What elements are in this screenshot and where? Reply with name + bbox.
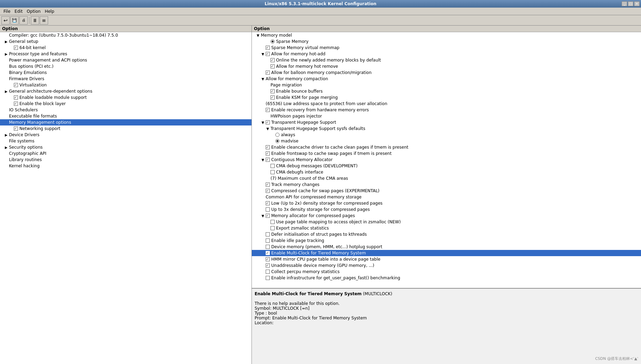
right-item-low-density[interactable]: Low (Up to 2x) density storage for compr… xyxy=(252,200,641,206)
right-item-track-mem[interactable]: Track memory changes xyxy=(252,181,641,188)
left-item-security[interactable]: ▶ Security options xyxy=(0,144,251,150)
right-top-content[interactable]: ▼ Memory model Sparse Memory Sparse Memo… xyxy=(252,32,641,288)
left-item-bus[interactable]: Bus options (PCI etc.) xyxy=(0,63,251,69)
maximize-button[interactable]: □ xyxy=(628,1,633,6)
checkbox-hotremove[interactable] xyxy=(271,64,275,68)
left-item-io[interactable]: IO Schedulers xyxy=(0,107,251,113)
right-item-memory-model[interactable]: ▼ Memory model xyxy=(252,32,641,38)
checkbox-idle-tracking[interactable] xyxy=(266,239,270,243)
checkbox-virt[interactable] xyxy=(14,83,18,87)
checkbox-loadable[interactable] xyxy=(14,95,18,100)
right-item-get-user-pages[interactable]: Enable infrastructure for get_user_pages… xyxy=(252,275,641,281)
left-item-general-setup[interactable]: ▶ General setup xyxy=(0,38,251,45)
menu-button[interactable]: ≡ xyxy=(40,16,48,25)
right-item-hwmem[interactable]: Enable recovery from hardware memory err… xyxy=(252,107,641,113)
menu-option[interactable]: Option xyxy=(25,8,43,15)
right-item-bounce[interactable]: Enable bounce buffers xyxy=(252,88,641,94)
checkbox-percpu-stats[interactable] xyxy=(266,270,270,274)
left-item-filesystems[interactable]: File systems xyxy=(0,138,251,144)
menu-edit[interactable]: Edit xyxy=(12,8,25,15)
checkbox-cma-debugfs[interactable] xyxy=(271,170,275,174)
right-item-page-table-map[interactable]: Use page table mapping to access object … xyxy=(252,219,641,225)
checkbox-track-mem[interactable] xyxy=(266,183,270,187)
right-item-cma-debugfs[interactable]: CMA debugfs interface xyxy=(252,169,641,175)
menu-help[interactable]: Help xyxy=(43,8,56,15)
checkbox-low-density[interactable] xyxy=(266,201,270,205)
load-button[interactable]: 💾 xyxy=(10,16,19,25)
radio-sparse[interactable] xyxy=(271,39,275,44)
checkbox-get-user-pages[interactable] xyxy=(266,276,270,280)
right-item-idle-tracking[interactable]: Enable idle page tracking xyxy=(252,237,641,244)
left-item-compiler[interactable]: Compiler: gcc (Ubuntu 7.5.0-3ubuntu1~18.… xyxy=(0,32,251,38)
left-item-virt[interactable]: Virtualization xyxy=(0,82,251,88)
checkbox-multiclock[interactable] xyxy=(266,251,270,255)
right-item-balloon[interactable]: Allow for balloon memory compaction/migr… xyxy=(252,69,641,76)
right-item-thp-madvise[interactable]: madvise xyxy=(252,138,641,144)
checkbox-3x-density[interactable] xyxy=(266,207,270,212)
checkbox-page-table-map[interactable] xyxy=(271,220,275,224)
right-item-sparse-memory[interactable]: Sparse Memory xyxy=(252,38,641,45)
checkbox-bounce[interactable] xyxy=(271,89,275,93)
right-item-cma-max[interactable]: (7) Maximum count of the CMA areas xyxy=(252,175,641,181)
left-item-device[interactable]: ▶ Device Drivers xyxy=(0,132,251,138)
checkbox-device-mem[interactable] xyxy=(266,245,270,249)
right-item-cleancache[interactable]: Enable cleancache driver to cache clean … xyxy=(252,144,641,150)
right-item-compressed-swap[interactable]: Compressed cache for swap pages (EXPERIM… xyxy=(252,188,641,194)
right-item-ksm[interactable]: Enable KSM for page merging xyxy=(252,94,641,101)
checkbox-cma-debug[interactable] xyxy=(271,164,275,168)
left-item-library[interactable]: Library routines xyxy=(0,157,251,163)
minimize-button[interactable]: _ xyxy=(622,1,627,6)
right-item-online-new[interactable]: Online the newly added memory blocks by … xyxy=(252,57,641,63)
left-panel-content[interactable]: Compiler: gcc (Ubuntu 7.5.0-3ubuntu1~18.… xyxy=(0,32,251,364)
right-item-common-api[interactable]: Common API for compressed memory storage xyxy=(252,194,641,200)
right-item-cma-debug[interactable]: CMA debug messages (DEVELOPMENT) xyxy=(252,163,641,169)
checkbox-sparse-virtual[interactable] xyxy=(266,46,270,50)
left-item-memory[interactable]: Memory Management options xyxy=(0,119,251,125)
left-item-block[interactable]: Enable the block layer xyxy=(0,101,251,107)
right-item-page-migration[interactable]: Page migration xyxy=(252,82,641,88)
checkbox-hwmem[interactable] xyxy=(266,108,270,112)
checkbox-unaddr-dev[interactable] xyxy=(266,263,270,268)
close-button[interactable]: ✕ xyxy=(634,1,640,6)
left-item-firmware[interactable]: Firmware Drivers xyxy=(0,76,251,82)
checkbox-ksm[interactable] xyxy=(271,95,275,100)
left-item-networking[interactable]: Networking support xyxy=(0,125,251,132)
checkbox-mem-alloc[interactable] xyxy=(266,214,270,218)
right-item-multiclock[interactable]: Enable Multi-Clock for Tiered Memory Sys… xyxy=(252,250,641,256)
right-item-device-mem[interactable]: Device memory (pmem, HMM, etc...) hotplu… xyxy=(252,244,641,250)
right-item-hotremove[interactable]: Allow for memory hot remove xyxy=(252,63,641,69)
right-item-thp[interactable]: ▼ Transparent Hugepage Support xyxy=(252,119,641,125)
right-item-lowaddr[interactable]: (65536) Low address space to protect fro… xyxy=(252,101,641,107)
right-item-thp-always[interactable]: always xyxy=(252,132,641,138)
checkbox-online-new[interactable] xyxy=(271,58,275,62)
left-item-crypto[interactable]: Cryptographic API xyxy=(0,150,251,157)
left-item-processor[interactable]: ▶ Processor type and features xyxy=(0,51,251,57)
checkbox-thp[interactable] xyxy=(266,120,270,124)
radio-madvise[interactable] xyxy=(275,139,280,143)
save-button[interactable]: 🖨 xyxy=(19,16,28,25)
checkbox-cma[interactable] xyxy=(266,158,270,162)
checkbox-block[interactable] xyxy=(14,102,18,106)
left-item-loadable[interactable]: Enable loadable module support xyxy=(0,94,251,101)
checkbox-export-zsmalloc[interactable] xyxy=(271,226,275,230)
right-item-thp-defaults[interactable]: ▼ Transparent Hugepage Support sysfs def… xyxy=(252,125,641,132)
right-item-sparse-virtual[interactable]: Sparse Memory virtual memmap xyxy=(252,45,641,51)
right-item-percpu-stats[interactable]: Collect percpu memory statistics xyxy=(252,269,641,275)
pause-button[interactable]: ⏸ xyxy=(31,16,39,25)
left-item-64bit[interactable]: 64-bit kernel xyxy=(0,45,251,51)
left-item-binary[interactable]: Binary Emulations xyxy=(0,69,251,76)
checkbox-cleancache[interactable] xyxy=(266,145,270,149)
right-item-export-zsmalloc[interactable]: Export zsmalloc statistics xyxy=(252,225,641,231)
back-button[interactable]: ↩ xyxy=(1,16,10,25)
checkbox-compressed-swap[interactable] xyxy=(266,189,270,193)
right-item-frontswap[interactable]: Enable frontswap to cache swap pages if … xyxy=(252,150,641,157)
right-item-cma[interactable]: ▼ Contiguous Memory Allocator xyxy=(252,157,641,163)
left-item-kernel-hacking[interactable]: Kernel hacking xyxy=(0,163,251,169)
checkbox-networking[interactable] xyxy=(14,127,18,131)
checkbox-defer-init[interactable] xyxy=(266,232,270,236)
right-item-hwpoison[interactable]: HWPoison pages injector xyxy=(252,113,641,119)
right-item-mem-alloc[interactable]: ▼ Memory allocator for compressed pages xyxy=(252,213,641,219)
checkbox-frontswap[interactable] xyxy=(266,151,270,156)
right-item-compaction[interactable]: ▼ Allow for memory compaction xyxy=(252,76,641,82)
radio-always[interactable] xyxy=(275,133,280,137)
